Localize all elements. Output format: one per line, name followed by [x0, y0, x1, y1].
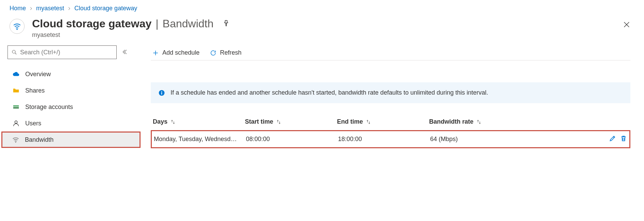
page-header: Cloud storage gateway | Bandwidth myaset…	[0, 15, 644, 45]
cmd-label: Add schedule	[162, 49, 200, 56]
cell-days: Monday, Tuesday, Wednesd…	[154, 136, 246, 143]
page-section: Bandwidth	[163, 17, 214, 30]
col-label: Days	[153, 118, 167, 125]
col-label: Start time	[245, 118, 273, 125]
search-icon	[11, 49, 17, 55]
sidebar-item-users[interactable]: Users	[8, 115, 141, 132]
breadcrumb-resource[interactable]: myasetest	[36, 5, 64, 12]
sort-icon	[170, 119, 176, 125]
info-icon	[158, 89, 165, 96]
col-label: Bandwidth rate	[429, 118, 473, 125]
pin-icon[interactable]	[222, 19, 230, 28]
sidebar-item-overview[interactable]: Overview	[8, 66, 141, 82]
breadcrumb-service[interactable]: Cloud storage gateway	[74, 5, 137, 12]
info-bar: If a schedule has ended and another sche…	[151, 82, 630, 103]
cell-bandwidth-rate: 64 (Mbps)	[430, 136, 597, 143]
breadcrumb: Home myasetest Cloud storage gateway	[0, 0, 644, 15]
svg-rect-3	[13, 107, 19, 109]
page-title: Cloud storage gateway	[32, 17, 151, 30]
sidebar-item-label: Users	[25, 120, 41, 127]
cell-start-time: 08:00:00	[246, 136, 338, 143]
col-label: End time	[337, 118, 363, 125]
svg-rect-2	[13, 105, 19, 107]
page-subtitle: myasetest	[32, 31, 230, 39]
sidebar-search[interactable]	[8, 45, 117, 59]
main-content: Add schedule Refresh If a schedule has e…	[141, 45, 644, 221]
breadcrumb-home[interactable]: Home	[10, 5, 26, 12]
search-input[interactable]	[8, 46, 116, 59]
sidebar-item-storage-accounts[interactable]: Storage accounts	[8, 99, 141, 115]
command-bar: Add schedule Refresh	[151, 45, 630, 60]
cmd-label: Refresh	[220, 49, 241, 56]
sort-icon	[366, 119, 371, 125]
svg-rect-8	[161, 92, 162, 95]
sidebar-item-shares[interactable]: Shares	[8, 82, 141, 99]
col-end-time[interactable]: End time	[337, 118, 429, 125]
plus-icon	[152, 50, 159, 56]
sidebar-item-label: Storage accounts	[25, 103, 73, 111]
col-bandwidth-rate[interactable]: Bandwidth rate	[429, 118, 598, 125]
svg-point-5	[15, 142, 16, 143]
sort-icon	[476, 119, 482, 125]
refresh-icon	[210, 50, 217, 56]
table-row[interactable]: Monday, Tuesday, Wednesd… 08:00:00 18:00…	[151, 130, 630, 148]
storage-icon	[12, 103, 20, 111]
delete-button[interactable]	[620, 135, 627, 144]
add-schedule-button[interactable]: Add schedule	[151, 49, 201, 56]
schedule-table: Days Start time End time Bandwidth rate	[151, 118, 630, 148]
cell-end-time: 18:00:00	[338, 136, 430, 143]
user-icon	[12, 120, 20, 127]
table-header: Days Start time End time Bandwidth rate	[151, 118, 630, 130]
sidebar-nav: Overview Shares Storage accounts	[8, 66, 141, 148]
pencil-icon	[609, 135, 616, 142]
folder-icon	[12, 87, 20, 94]
svg-point-7	[161, 91, 162, 92]
wifi-icon	[12, 136, 19, 143]
edit-button[interactable]	[609, 135, 616, 144]
info-text: If a schedule has ended and another sche…	[171, 89, 488, 96]
chevron-right-icon	[29, 7, 33, 10]
svg-point-1	[12, 50, 15, 53]
sidebar-item-bandwidth[interactable]: Bandwidth	[1, 132, 141, 148]
col-start-time[interactable]: Start time	[245, 118, 337, 125]
svg-point-0	[16, 29, 18, 30]
close-icon[interactable]	[623, 21, 630, 29]
title-divider: |	[156, 17, 158, 30]
sidebar-item-label: Shares	[25, 87, 45, 94]
cloud-icon	[12, 70, 20, 78]
trash-icon	[620, 135, 627, 142]
sort-icon	[276, 119, 281, 125]
chevron-right-icon	[68, 7, 71, 10]
svg-point-4	[15, 121, 17, 123]
sidebar-item-label: Overview	[25, 71, 51, 78]
sidebar-item-label: Bandwidth	[25, 136, 54, 143]
col-days[interactable]: Days	[153, 118, 245, 125]
sidebar: Overview Shares Storage accounts	[8, 45, 141, 221]
refresh-button[interactable]: Refresh	[208, 49, 243, 56]
collapse-sidebar-icon[interactable]	[121, 49, 128, 56]
gateway-wifi-icon	[10, 19, 25, 34]
